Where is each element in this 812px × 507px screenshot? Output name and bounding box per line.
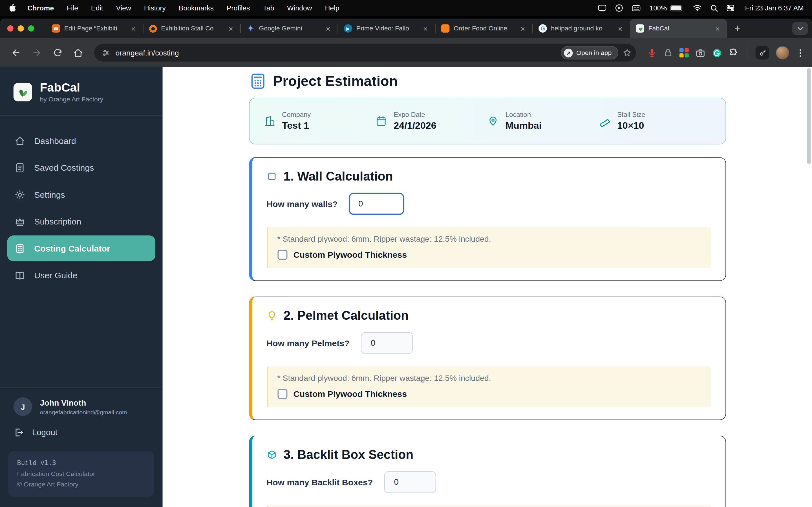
logout-button[interactable]: Logout [0, 419, 163, 446]
tab-close-icon[interactable]: × [616, 24, 624, 34]
home-button[interactable] [69, 44, 87, 61]
grammarly-icon[interactable] [712, 48, 722, 58]
menu-view[interactable]: View [116, 4, 131, 12]
user-profile[interactable]: J John Vinoth orangefabricationind@gmail… [0, 388, 163, 419]
tab-close-icon[interactable]: × [226, 24, 235, 34]
sidebar-item-label: Saved Costings [34, 163, 94, 173]
question-label: How many walls? [266, 199, 338, 209]
tab-google-gemini[interactable]: ✦ Google Gemini × [240, 18, 338, 38]
brand: FabCal by Orange Art Factory [0, 67, 163, 103]
user-email: orangefabricationind@gmail.com [40, 409, 127, 415]
new-tab-button[interactable]: + [730, 21, 745, 36]
tab-edit-page[interactable]: W Edit Page “Exhibiti × [46, 18, 143, 38]
media-play-icon[interactable] [615, 4, 623, 12]
pelmets-count-input[interactable] [361, 332, 413, 354]
section-title: 2. Pelmet Calculation [284, 308, 409, 323]
battery-icon [670, 5, 684, 11]
tab-search-button[interactable] [792, 22, 808, 35]
logout-icon [13, 427, 24, 438]
tab-close-icon[interactable]: × [421, 24, 430, 34]
menu-tab[interactable]: Tab [263, 4, 274, 12]
open-in-app-chip[interactable]: ↗ Open in app [561, 46, 618, 59]
wifi-icon[interactable] [693, 5, 702, 11]
lock-icon[interactable] [663, 48, 673, 57]
sidebar: FabCal by Orange Art Factory Dashboard S… [0, 67, 163, 507]
reload-button[interactable] [49, 44, 66, 61]
menu-window[interactable]: Window [287, 4, 312, 12]
scrollbar-thumb[interactable] [807, 68, 811, 164]
back-button[interactable] [7, 44, 25, 61]
page-scrollbar[interactable] [806, 68, 811, 506]
tab-close-icon[interactable]: × [713, 24, 722, 34]
tab-prime-video[interactable]: ▶ Prime Video: Fallo × [338, 18, 435, 38]
section-title: 1. Wall Calculation [284, 169, 393, 184]
wordpress-icon: W [52, 24, 60, 33]
menu-edit[interactable]: Edit [91, 4, 103, 12]
mic-icon[interactable] [647, 48, 657, 57]
address-bar[interactable]: orangeaf.in/costing ↗ Open in app [94, 44, 636, 61]
tab-close-icon[interactable]: × [324, 24, 333, 34]
summary-label: Location [506, 111, 542, 119]
bookmark-star-icon[interactable] [622, 48, 632, 57]
user-avatar: J [13, 397, 32, 416]
menu-chrome[interactable]: Chrome [28, 4, 54, 12]
tab-fabcal[interactable]: FabCal × [629, 18, 727, 38]
google-icon: G [539, 24, 547, 33]
backlit-boxes-count-input[interactable] [384, 471, 436, 493]
book-icon [14, 270, 26, 281]
sidebar-item-settings[interactable]: Settings [0, 181, 163, 208]
tab-label: Exhibition Stall Co [161, 25, 222, 32]
apple-icon[interactable] [8, 4, 16, 12]
sidebar-item-costing-calculator[interactable]: Costing Calculator [7, 235, 155, 262]
note-text: * Standard plywood: 6mm. Ripper wastage:… [277, 234, 702, 244]
menu-help[interactable]: Help [325, 4, 339, 12]
close-window-button[interactable] [7, 25, 13, 32]
minimize-window-button[interactable] [17, 25, 24, 32]
forward-button[interactable] [28, 44, 45, 61]
profile-avatar[interactable] [776, 46, 789, 59]
url-text[interactable]: orangeaf.in/costing [116, 49, 561, 57]
extensions-puzzle-icon[interactable] [728, 48, 739, 58]
tab-exhibition-stall[interactable]: Exhibition Stall Co × [143, 18, 240, 38]
menu-bookmarks[interactable]: Bookmarks [179, 4, 214, 12]
tab-helipad[interactable]: G helipad ground ko × [532, 18, 629, 38]
sidebar-item-dashboard[interactable]: Dashboard [0, 127, 163, 154]
custom-thickness-checkbox[interactable] [277, 250, 287, 260]
main-area: Project Estimation Company Test 1 [163, 67, 812, 507]
menubar-clock[interactable]: Fri 23 Jan 6:37 AM [745, 4, 804, 12]
site-settings-icon[interactable] [101, 48, 110, 57]
custom-thickness-checkbox[interactable] [277, 389, 287, 399]
sidebar-item-saved-costings[interactable]: Saved Costings [0, 154, 163, 181]
zoom-window-button[interactable] [28, 25, 34, 32]
tab-label: FabCal [649, 25, 709, 32]
question-row: How many Pelmets? [266, 332, 711, 354]
battery-indicator[interactable]: 100% [650, 4, 684, 12]
sidebar-item-subscription[interactable]: Subscription [0, 208, 163, 235]
lightbulb-icon [266, 311, 277, 321]
camera-icon[interactable] [696, 48, 705, 58]
spotlight-search-icon[interactable] [710, 4, 718, 12]
keyboard-icon[interactable] [632, 5, 641, 11]
summary-label: Stall Size [617, 111, 645, 119]
menu-file[interactable]: File [67, 4, 78, 12]
note-text: * Standard plywood: 6mm. Ripper wastage:… [277, 374, 702, 383]
custom-thickness-option: Custom Plywood Thickness [277, 250, 702, 260]
tab-close-icon[interactable]: × [129, 24, 138, 34]
sidebar-item-label: Costing Calculator [34, 243, 110, 253]
more-menu-icon[interactable]: ⋮ [796, 47, 805, 58]
section-title: 3. Backlit Box Section [284, 448, 414, 462]
tab-label: Order Food Online [454, 25, 514, 32]
menu-history[interactable]: History [144, 4, 166, 12]
grid-icon[interactable] [679, 48, 689, 57]
screen: Chrome File Edit View History Bookmarks … [0, 0, 812, 507]
tab-close-icon[interactable]: × [518, 24, 527, 34]
password-manager-icon[interactable] [756, 46, 769, 59]
walls-count-input[interactable] [349, 193, 404, 215]
control-center-icon[interactable] [726, 4, 734, 12]
section-header: 1. Wall Calculation [266, 169, 711, 184]
screen-mirror-icon[interactable] [598, 5, 606, 11]
tab-order-food[interactable]: Order Food Online × [435, 18, 532, 38]
menu-profiles[interactable]: Profiles [227, 4, 250, 12]
sidebar-item-user-guide[interactable]: User Guide [0, 262, 163, 289]
calculator-icon [14, 243, 26, 254]
